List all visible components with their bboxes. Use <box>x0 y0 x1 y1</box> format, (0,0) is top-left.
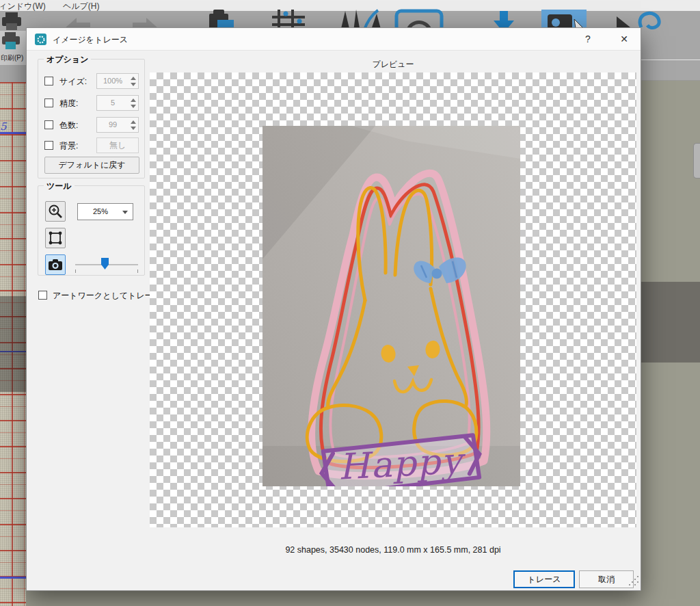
precision-label: 精度: <box>59 98 78 109</box>
background-row: 背景: 無し <box>38 137 144 154</box>
colors-row: 色数: 99 <box>38 117 144 133</box>
options-group-title: オプション <box>44 54 91 66</box>
side-panel-tab[interactable] <box>693 143 700 179</box>
precision-checkbox[interactable] <box>44 98 53 107</box>
workspace-left: 印刷(P) 5 <box>0 31 26 606</box>
spin-up-icon[interactable] <box>131 98 136 102</box>
zoom-tool-button[interactable] <box>45 201 66 222</box>
resize-grip[interactable] <box>629 579 637 587</box>
trace-button[interactable]: トレース <box>513 570 575 588</box>
trace-as-artwork-checkbox[interactable] <box>38 291 47 300</box>
spin-up-icon[interactable] <box>131 120 136 124</box>
size-checkbox[interactable] <box>44 77 53 85</box>
print-tool-button[interactable]: 印刷(P) <box>0 31 26 65</box>
print-icon <box>0 31 22 51</box>
right-toolbar-band <box>641 31 700 81</box>
trace-dialog-icon <box>35 34 46 45</box>
ruler-number: 5 <box>0 120 7 133</box>
dialog-title: イメージをトレース <box>53 34 128 46</box>
size-value: 100% <box>97 77 129 85</box>
camera-tool-button[interactable] <box>45 254 66 275</box>
dropdown-chevron-icon <box>122 211 128 214</box>
background-label: 背景: <box>59 140 78 152</box>
size-row: サイズ: 100% <box>38 73 144 90</box>
magnifier-icon <box>47 203 64 220</box>
colors-value: 99 <box>97 120 129 129</box>
close-button[interactable]: ✕ <box>608 28 641 51</box>
background-checkbox[interactable] <box>44 141 53 150</box>
zoom-level-dropdown[interactable]: 25% <box>77 203 133 220</box>
zoom-level-value: 25% <box>78 207 123 215</box>
colors-label: 色数: <box>59 120 78 131</box>
precision-spinner[interactable]: 5 <box>96 95 139 111</box>
spin-up-icon[interactable] <box>131 77 136 80</box>
right-workspace <box>641 81 700 606</box>
size-label: サイズ: <box>59 76 87 88</box>
precision-value: 5 <box>97 98 129 107</box>
cutting-mat: 5 <box>0 82 26 606</box>
mat-shaded-band <box>0 296 26 392</box>
colors-checkbox[interactable] <box>44 120 53 129</box>
reset-defaults-button[interactable]: デフォルトに戻す <box>44 157 139 174</box>
trace-status-text: 92 shapes, 35430 nodes, 119.0 mm x 165.5… <box>150 545 636 555</box>
cancel-button[interactable]: 取消 <box>579 570 634 588</box>
camera-icon <box>47 256 64 273</box>
precision-row: 精度: 5 <box>38 95 144 111</box>
trace-dialog: イメージをトレース ? ✕ オプション サイズ: 100% 精度: 5 <box>26 27 641 591</box>
dialog-titlebar[interactable]: イメージをトレース ? ✕ <box>27 28 641 51</box>
traced-image-preview[interactable]: Happy <box>262 126 520 486</box>
tools-group: ツール 25% <box>38 185 145 276</box>
options-group: オプション サイズ: 100% 精度: 5 色数: <box>38 59 145 179</box>
screen: ウィンドウ(W) ヘルプ(H) <box>0 0 700 606</box>
background-value-button[interactable]: 無し <box>96 137 139 153</box>
spin-down-icon[interactable] <box>131 127 136 130</box>
select-area-tool-button[interactable] <box>45 228 66 248</box>
workspace-shaded-band <box>641 282 700 363</box>
help-button[interactable]: ? <box>572 28 604 51</box>
spin-down-icon[interactable] <box>131 83 136 86</box>
print-tool-label: 印刷(P) <box>1 53 23 63</box>
preview-title: プレビュー <box>150 59 636 70</box>
workspace-right <box>641 31 700 606</box>
trace-as-artwork-label: アートワークとしてトレース <box>53 290 161 302</box>
slider-handle[interactable] <box>101 258 109 269</box>
printer-icon[interactable] <box>2 12 21 30</box>
colors-spinner[interactable]: 99 <box>96 117 139 133</box>
banner-text: Happy <box>337 440 467 486</box>
tools-group-title: ツール <box>44 181 75 192</box>
spin-down-icon[interactable] <box>131 105 136 108</box>
threshold-slider[interactable] <box>72 254 141 275</box>
left-panel-band <box>0 65 26 82</box>
size-spinner[interactable]: 100% <box>96 73 139 89</box>
selection-frame-icon <box>47 230 64 246</box>
